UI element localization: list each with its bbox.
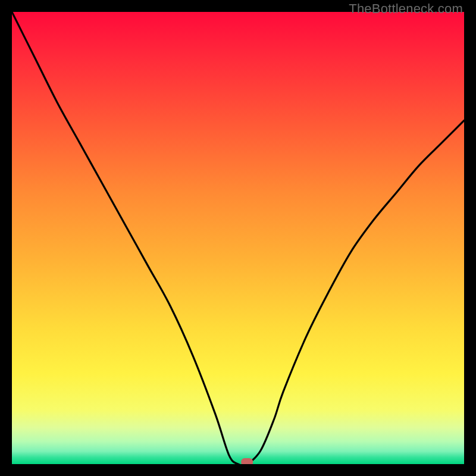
chart-container: TheBottleneck.com <box>0 0 476 476</box>
watermark: TheBottleneck.com <box>349 1 463 17</box>
plot-area <box>12 12 464 464</box>
chart-svg <box>12 12 464 464</box>
optimal-marker <box>241 458 253 464</box>
plot-background <box>12 12 464 464</box>
